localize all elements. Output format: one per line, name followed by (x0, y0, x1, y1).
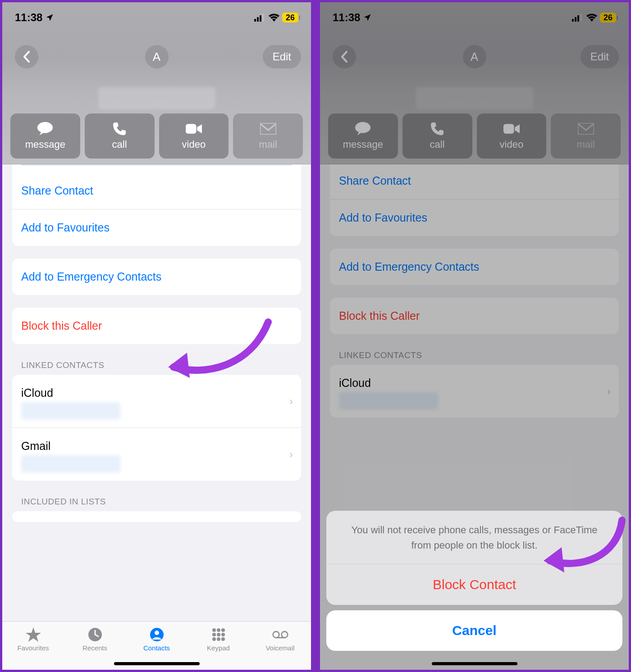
home-indicator[interactable] (114, 662, 200, 665)
svg-point-26 (355, 122, 370, 133)
wifi-icon (586, 14, 597, 22)
contact-avatar: A (145, 45, 169, 68)
home-indicator[interactable] (432, 662, 517, 665)
included-lists-header: INCLUDED IN LISTS (21, 497, 292, 507)
add-emergency-row[interactable]: Add to Emergency Contacts (12, 259, 301, 295)
person-icon (150, 627, 164, 642)
mail-button: mail (233, 114, 303, 159)
svg-point-16 (212, 637, 216, 641)
message-icon (37, 121, 53, 136)
linked-contacts-header: LINKED CONTACTS (21, 360, 292, 370)
sheet-message: You will not receive phone calls, messag… (326, 511, 622, 564)
message-button[interactable]: message (10, 114, 80, 159)
add-favourites-row[interactable]: Add to Favourites (330, 199, 619, 236)
status-time: 11:38 (333, 11, 360, 24)
chevron-right-icon: › (289, 395, 293, 408)
edit-button[interactable]: Edit (581, 45, 619, 68)
svg-rect-1 (257, 17, 259, 22)
add-emergency-row[interactable]: Add to Emergency Contacts (330, 249, 619, 285)
svg-point-19 (273, 631, 279, 638)
svg-rect-5 (186, 124, 196, 134)
video-icon (503, 123, 520, 135)
battery-indicator: 26 (600, 13, 616, 23)
call-button[interactable]: call (85, 114, 155, 159)
svg-rect-24 (577, 15, 579, 22)
star-icon (26, 627, 41, 642)
status-bar: 11:38 26 (2, 2, 311, 33)
message-icon (355, 121, 371, 136)
block-caller-row[interactable]: Block this Caller (12, 308, 301, 344)
mail-icon (578, 123, 594, 135)
svg-rect-2 (260, 15, 261, 22)
linked-icloud-row[interactable]: iCloud › (330, 365, 619, 418)
tab-favourites[interactable]: Favourites (2, 622, 64, 670)
back-button[interactable] (15, 45, 38, 68)
chevron-left-icon (23, 51, 31, 63)
cellular-icon (254, 14, 266, 22)
chevron-right-icon: › (289, 448, 293, 461)
contact-name-blurred (98, 87, 215, 109)
phone-icon (112, 122, 127, 136)
screenshot-right: 11:38 26 A Edit message call v (319, 1, 630, 671)
video-button[interactable]: video (477, 114, 547, 159)
svg-point-20 (281, 631, 288, 638)
block-contact-button[interactable]: Block Contact (326, 564, 622, 605)
svg-rect-23 (575, 17, 576, 22)
status-time: 11:38 (15, 11, 42, 24)
svg-point-11 (217, 628, 220, 632)
add-favourites-row[interactable]: Add to Favourites (12, 209, 301, 246)
share-contact-row[interactable]: Share Contact (12, 173, 301, 209)
block-caller-row[interactable]: Block this Caller (330, 298, 619, 334)
contact-details-list[interactable]: Share Contact Add to Favourites Add to E… (2, 164, 311, 621)
mail-button: mail (551, 114, 621, 159)
share-contact-row[interactable]: Share Contact (330, 164, 619, 199)
call-button[interactable]: call (402, 114, 472, 159)
linked-gmail-row[interactable]: Gmail › (12, 427, 301, 481)
svg-rect-27 (503, 124, 514, 134)
svg-point-14 (217, 633, 220, 636)
contact-avatar: A (463, 45, 486, 68)
action-sheet: You will not receive phone calls, messag… (320, 504, 629, 670)
screenshot-left: 11:38 26 A Edit message call v (1, 1, 312, 671)
phone-icon (430, 122, 444, 136)
cellular-icon (572, 14, 584, 22)
svg-rect-22 (572, 19, 574, 22)
svg-point-18 (221, 637, 225, 641)
linked-contacts-header: LINKED CONTACTS (339, 350, 610, 360)
status-bar: 11:38 26 (320, 2, 629, 33)
chevron-left-icon (340, 51, 348, 63)
contact-name-blurred (416, 87, 533, 109)
voicemail-icon (272, 630, 288, 640)
svg-point-10 (212, 628, 216, 632)
mail-icon (260, 123, 276, 135)
clock-icon (88, 627, 102, 642)
message-button[interactable]: message (328, 114, 398, 159)
wifi-icon (269, 14, 279, 22)
svg-point-9 (155, 631, 159, 635)
svg-point-15 (221, 633, 225, 636)
back-button[interactable] (333, 45, 356, 68)
svg-rect-0 (254, 19, 256, 22)
video-icon (186, 123, 202, 135)
location-icon (45, 13, 54, 22)
linked-icloud-row[interactable]: iCloud › (12, 375, 301, 427)
location-icon (363, 13, 372, 22)
svg-rect-25 (580, 14, 582, 22)
tab-voicemail[interactable]: Voicemail (249, 622, 311, 670)
svg-point-13 (212, 633, 216, 636)
keypad-icon (212, 628, 225, 641)
video-button[interactable]: video (159, 114, 229, 159)
svg-point-4 (37, 122, 53, 133)
svg-rect-3 (262, 14, 264, 22)
cancel-button[interactable]: Cancel (326, 610, 622, 651)
edit-button[interactable]: Edit (263, 45, 301, 68)
chevron-right-icon: › (607, 385, 611, 398)
battery-indicator: 26 (282, 13, 298, 23)
svg-point-17 (217, 637, 220, 641)
svg-point-12 (221, 628, 225, 632)
